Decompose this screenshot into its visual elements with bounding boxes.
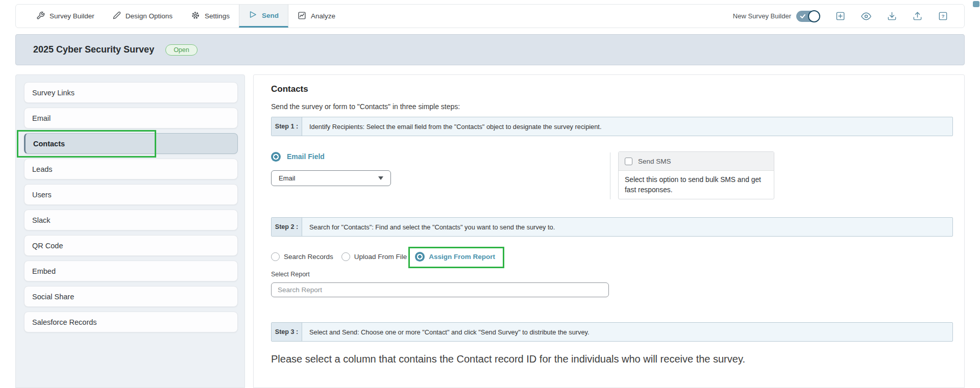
panel-intro: Send the survey or form to "Contacts" in… [271,102,460,111]
send-sms-label: Send SMS [638,158,671,165]
page: Survey Builder Design Options Settings S… [0,0,980,388]
new-survey-builder-toggle-group: New Survey Builder [733,11,820,22]
step-3-bar: Step 3 : Select and Send: Choose one or … [271,322,953,342]
panel-heading: Contacts [271,84,308,94]
select-column-message: Please select a column that contains the… [271,353,745,365]
send-sms-description: Select this option to send bulk SMS and … [619,171,774,199]
preview-eye-icon[interactable] [861,11,871,21]
sidebar-item-salesforce-records[interactable]: Salesforce Records [24,312,238,332]
tab-label: Survey Builder [50,12,94,20]
scrollbar-thumb[interactable] [973,1,979,7]
send-sms-header: Send SMS [619,152,774,171]
sidebar-item-survey-links[interactable]: Survey Links [24,82,238,103]
option-search-records[interactable]: Search Records [271,252,333,261]
tab-send[interactable]: Send [239,5,288,28]
sidebar-item-social-share[interactable]: Social Share [24,286,238,307]
email-field-dropdown[interactable]: Email [271,170,391,186]
chevron-down-icon [378,176,383,180]
download-icon[interactable] [887,11,897,21]
sidebar-item-leads[interactable]: Leads [24,159,238,179]
sidebar-item-embed[interactable]: Embed [24,261,238,281]
step-2-bar: Step 2 : Search for "Contacts": Find and… [271,217,953,237]
gear-icon [191,11,200,21]
sidebar-item-email[interactable]: Email [24,108,238,128]
send-channels-sidebar: Survey Links Email Contacts Leads Users … [15,74,245,388]
send-sms-card: Send SMS Select this option to send bulk… [618,151,774,199]
option-upload-from-file[interactable]: Upload From File [341,252,407,261]
dropdown-value: Email [279,174,296,182]
sidebar-item-slack[interactable]: Slack [24,210,238,230]
survey-title-bar: 2025 Cyber Security Survey Open [15,34,965,65]
step-2-text: Search for "Contacts": Find and select t… [302,218,555,236]
nav-tabs: Survey Builder Design Options Settings S… [16,5,345,28]
section-divider [610,152,610,199]
step-1-bar: Step 1 : Identify Recipients: Select the… [271,117,953,136]
search-method-options: Search Records Upload From File Assign F… [271,252,495,262]
email-field-radio[interactable] [271,152,281,162]
option-label: Assign From Report [429,253,495,261]
export-icon[interactable] [913,11,922,21]
sidebar-item-users[interactable]: Users [24,184,238,205]
step-2-label: Step 2 : [272,218,302,236]
tab-label: Settings [205,12,230,20]
tab-label: Analyze [311,12,335,20]
email-field-label: Email Field [287,152,325,161]
search-records-radio[interactable] [271,252,280,261]
upload-from-file-radio[interactable] [341,252,350,261]
toggle-knob [808,10,820,22]
tab-survey-builder[interactable]: Survey Builder [27,5,104,28]
option-assign-from-report[interactable]: Assign From Report [415,252,495,262]
status-badge: Open [165,44,198,56]
page-title: 2025 Cyber Security Survey [33,44,154,55]
send-icon [249,10,257,20]
chart-icon [298,11,306,21]
svg-text:?: ? [941,13,944,19]
send-sms-checkbox[interactable] [625,158,632,165]
wrench-icon [36,11,45,21]
sidebar-item-qr-code[interactable]: QR Code [24,235,238,256]
tab-settings[interactable]: Settings [182,5,239,28]
sidebar-item-contacts[interactable]: Contacts [24,133,238,154]
help-icon[interactable]: ? [938,11,948,21]
tab-design-options[interactable]: Design Options [104,5,182,28]
assign-from-report-radio[interactable] [415,252,425,262]
tab-label: Design Options [126,12,173,20]
step-1-text: Identify Recipients: Select the email fi… [302,117,601,136]
email-field-option[interactable]: Email Field [271,150,325,163]
add-icon[interactable] [836,11,845,21]
step-3-label: Step 3 : [272,323,302,341]
top-nav: Survey Builder Design Options Settings S… [15,4,965,28]
nav-actions: New Survey Builder ? [733,5,964,28]
check-icon [799,13,806,20]
select-report-label: Select Report [271,271,310,278]
step-1-label: Step 1 : [272,117,302,136]
option-label: Search Records [284,253,333,261]
search-report-field [271,282,609,297]
contacts-panel: Contacts Send the survey or form to "Con… [253,74,965,388]
tab-analyze[interactable]: Analyze [288,5,345,28]
new-survey-builder-toggle[interactable] [796,11,820,22]
option-label: Upload From File [354,253,407,261]
tab-label: Send [262,12,279,19]
search-report-input[interactable] [271,282,609,297]
pen-icon [113,11,121,21]
toggle-label: New Survey Builder [733,12,791,20]
step-3-text: Select and Send: Choose one or more "Con… [302,323,590,341]
